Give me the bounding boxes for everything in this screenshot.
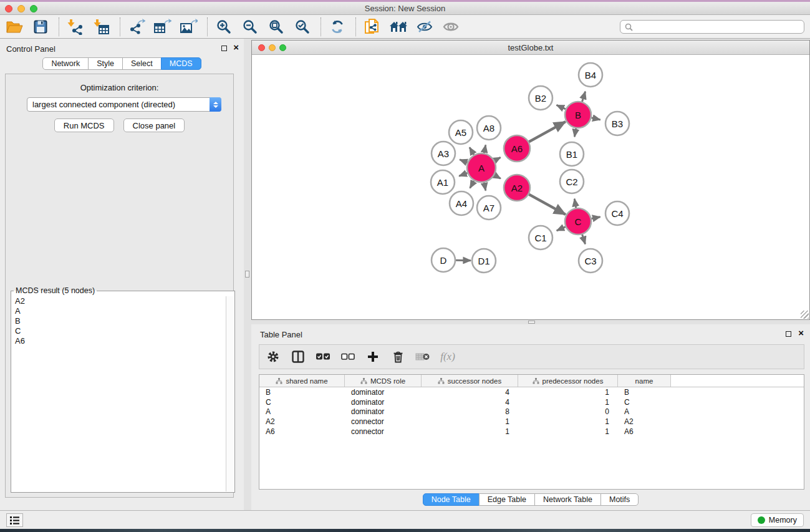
table-row[interactable]: Bdominator41B [259, 387, 804, 397]
graph-node-C4[interactable]: C4 [605, 201, 629, 225]
result-item[interactable]: A2 [12, 296, 226, 306]
result-item[interactable]: A [12, 306, 226, 316]
memory-button[interactable]: Memory [751, 513, 804, 527]
settings-gear-icon[interactable] [266, 349, 281, 364]
edge-A-A3[interactable] [460, 160, 467, 163]
close-network-button[interactable] [258, 44, 265, 51]
edge-B-B2[interactable] [557, 105, 566, 109]
edge-B-B1[interactable] [574, 128, 576, 137]
criterion-select[interactable]: largest connected component (directed) [27, 97, 221, 112]
trash-icon[interactable] [390, 349, 405, 364]
edge-B-B3[interactable] [591, 118, 600, 120]
float-panel-icon[interactable] [221, 46, 227, 51]
table-row[interactable]: Adominator80A [259, 407, 804, 417]
table-row[interactable]: A6connector11A6 [259, 427, 804, 437]
column-header-predecessor-nodes[interactable]: predecessor nodes [518, 375, 618, 387]
table-tab-node-table[interactable]: Node Table [423, 493, 480, 506]
edge-A-A7[interactable] [484, 183, 485, 191]
export-table-icon[interactable] [153, 17, 172, 36]
select-all-columns-icon[interactable] [316, 349, 330, 364]
column-header-name[interactable]: name [618, 375, 671, 387]
graph-node-A5[interactable]: A5 [449, 120, 473, 144]
tab-select[interactable]: Select [122, 57, 162, 70]
function-builder-icon[interactable]: f(x) [440, 349, 455, 364]
graph-node-B3[interactable]: B3 [605, 112, 629, 135]
graph-node-A7[interactable]: A7 [477, 196, 501, 220]
graph-node-D1[interactable]: D1 [472, 249, 496, 273]
graph-node-A2[interactable]: A2 [504, 175, 530, 201]
graph-node-B[interactable]: B [565, 102, 591, 128]
graph-node-D[interactable]: D [432, 248, 455, 272]
duplicate-network-icon[interactable] [363, 17, 382, 36]
show-panels-list-button[interactable] [6, 513, 23, 527]
zoom-fit-icon[interactable] [267, 17, 286, 36]
table-row[interactable]: A2connector11A2 [259, 417, 804, 427]
close-panel-icon[interactable]: × [798, 327, 804, 339]
graph-node-A1[interactable]: A1 [431, 170, 455, 194]
mcds-result-list[interactable]: A2ABCA6 [12, 296, 226, 491]
split-columns-icon[interactable] [291, 349, 306, 364]
graph-node-A[interactable]: A [467, 153, 496, 182]
result-item[interactable]: A6 [12, 336, 226, 346]
edge-C-C3[interactable] [582, 235, 586, 244]
result-item[interactable]: B [12, 316, 226, 326]
edge-A6-B[interactable] [529, 122, 566, 142]
zoom-network-button[interactable] [279, 44, 286, 51]
graph-node-C3[interactable]: C3 [579, 249, 602, 273]
zoom-window-button[interactable] [30, 5, 37, 12]
column-header-successor-nodes[interactable]: successor nodes [422, 375, 518, 387]
search-input[interactable] [636, 21, 804, 32]
graph-node-B1[interactable]: B1 [560, 142, 584, 166]
export-image-icon[interactable] [180, 17, 198, 36]
zoom-selected-icon[interactable] [293, 17, 312, 36]
network-window-titlebar[interactable]: testGlobe.txt [252, 41, 809, 55]
close-window-button[interactable] [5, 5, 12, 12]
graph-node-C1[interactable]: C1 [529, 226, 552, 249]
delete-column-icon[interactable] [415, 349, 430, 364]
graph-node-B2[interactable]: B2 [529, 86, 552, 110]
result-scrollbar[interactable] [226, 296, 234, 491]
network-canvas[interactable]: AA1A2A3A4A5A6A7A8BB1B2B3B4CC1C2C3C4DD1 [252, 55, 809, 319]
edge-A-A8[interactable] [484, 145, 485, 153]
birds-eye-view-icon[interactable] [441, 17, 460, 36]
panel-splitter-horizontal[interactable] [251, 320, 810, 324]
edge-A-A6[interactable] [494, 157, 501, 160]
graph-node-A6[interactable]: A6 [504, 135, 530, 162]
graph-node-B4[interactable]: B4 [579, 63, 602, 87]
result-item[interactable]: C [12, 326, 226, 336]
import-network-icon[interactable] [66, 17, 85, 36]
column-header-MCDS-role[interactable]: MCDS role [345, 375, 422, 387]
edge-C-C4[interactable] [592, 217, 600, 219]
hide-graphics-details-icon[interactable] [415, 17, 434, 36]
add-icon[interactable] [365, 349, 380, 364]
graph-node-A8[interactable]: A8 [477, 116, 501, 140]
resize-grip-icon[interactable] [801, 311, 809, 319]
float-panel-icon[interactable] [786, 331, 791, 337]
close-panel-icon[interactable]: × [233, 42, 239, 53]
edge-A-A2[interactable] [494, 175, 501, 179]
search-field[interactable] [620, 20, 804, 34]
edge-A-A1[interactable] [459, 173, 467, 176]
splitter-handle[interactable] [245, 271, 249, 278]
edge-A2-C[interactable] [529, 195, 566, 215]
graph-node-C2[interactable]: C2 [560, 170, 584, 193]
node-table[interactable]: shared nameMCDS rolesuccessor nodesprede… [259, 374, 804, 490]
edge-B-B4[interactable] [582, 92, 586, 102]
close-panel-button[interactable]: Close panel [123, 118, 185, 132]
minimize-network-button[interactable] [269, 44, 276, 51]
save-icon[interactable] [31, 17, 50, 36]
graph-node-C[interactable]: C [565, 208, 591, 235]
edge-A-A4[interactable] [470, 181, 475, 188]
edge-A-A5[interactable] [470, 147, 474, 155]
minimize-window-button[interactable] [17, 5, 25, 12]
edge-C-C2[interactable] [574, 199, 576, 208]
unselect-all-columns-icon[interactable] [340, 349, 355, 364]
table-row[interactable]: Cdominator41C [259, 397, 804, 407]
table-tab-network-table[interactable]: Network Table [534, 493, 601, 506]
table-tab-edge-table[interactable]: Edge Table [479, 493, 535, 506]
table-tab-motifs[interactable]: Motifs [600, 493, 639, 506]
zoom-out-icon[interactable] [241, 17, 259, 36]
zoom-in-icon[interactable] [215, 17, 233, 36]
export-network-icon[interactable] [127, 17, 146, 36]
column-header-shared-name[interactable]: shared name [259, 375, 345, 387]
